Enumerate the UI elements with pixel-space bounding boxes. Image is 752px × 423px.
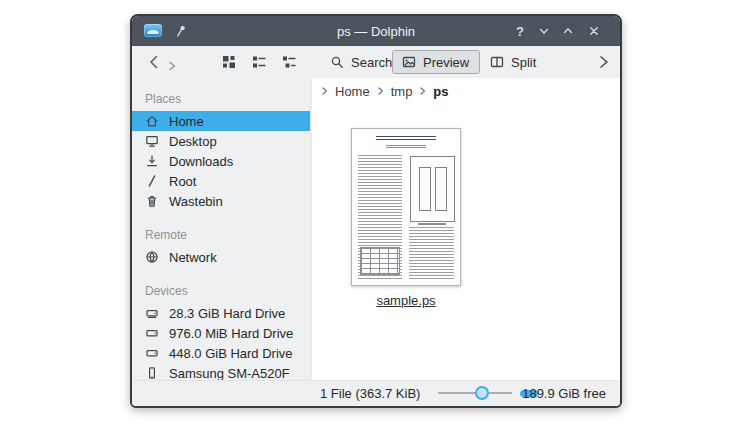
root-slash-icon <box>144 173 160 189</box>
sidebar-item-label: Home <box>169 114 204 129</box>
thumb-right-column <box>409 227 454 279</box>
section-title-devices: Devices <box>132 282 310 303</box>
minimize-button[interactable] <box>534 21 554 41</box>
thumb-subtitle-lines <box>386 145 426 150</box>
file-item-sample-ps[interactable]: sample.ps <box>348 128 464 308</box>
status-summary: 1 File (363.7 KiB) <box>320 381 420 406</box>
chevron-right-icon <box>376 86 385 96</box>
sidebar-item-device-3[interactable]: 448.0 GiB Hard Drive <box>132 343 310 363</box>
statusbar: 1 File (363.7 KiB) 189.9 GiB free <box>132 380 620 406</box>
section-title-places: Places <box>132 90 310 111</box>
dolphin-window: ps — Dolphin ? <box>130 14 622 408</box>
thumb-figure <box>410 156 455 222</box>
network-icon <box>144 249 160 265</box>
folder-view[interactable]: Home tmp ps sample.ps <box>312 78 620 380</box>
sidebar-item-label: Root <box>169 174 196 189</box>
places-panel: Places Home Desktop Downloads Root <box>132 78 311 380</box>
search-label: Search <box>351 55 392 70</box>
split-label: Split <box>511 55 536 70</box>
breadcrumb-item-current[interactable]: ps <box>433 84 448 99</box>
sidebar-item-downloads[interactable]: Downloads <box>132 151 310 171</box>
phone-icon <box>144 365 160 381</box>
section-title-remote: Remote <box>132 226 310 247</box>
sidebar-item-label: 448.0 GiB Hard Drive <box>169 346 293 361</box>
sidebar-item-desktop[interactable]: Desktop <box>132 131 310 151</box>
hard-drive-icon <box>144 305 160 321</box>
trash-icon <box>144 193 160 209</box>
sidebar-item-home[interactable]: Home <box>132 111 310 131</box>
sidebar-item-label: Samsung SM-A520F <box>169 366 290 381</box>
sidebar-item-network[interactable]: Network <box>132 247 310 267</box>
sidebar-item-label: Desktop <box>169 134 217 149</box>
toolbar-overflow-chevron[interactable] <box>596 53 610 75</box>
sidebar-item-label: 28.3 GiB Hard Drive <box>169 306 285 321</box>
search-button[interactable]: Search <box>320 50 403 74</box>
icons-view-button[interactable] <box>216 50 242 74</box>
sidebar-item-wastebin[interactable]: Wastebin <box>132 191 310 211</box>
zoom-slider-handle[interactable] <box>475 386 489 400</box>
sidebar-item-device-2[interactable]: 976.0 MiB Hard Drive <box>132 323 310 343</box>
free-space-label: 189.9 GiB free <box>522 381 606 406</box>
chevron-right-icon <box>320 86 329 96</box>
breadcrumb-item-tmp[interactable]: tmp <box>391 84 413 99</box>
sidebar-item-root[interactable]: Root <box>132 171 310 191</box>
preview-icon <box>401 54 417 70</box>
breadcrumb: Home tmp ps <box>312 78 620 104</box>
toolbar: Search Preview Split <box>132 46 620 78</box>
close-button[interactable] <box>584 21 604 41</box>
hard-drive-icon <box>144 325 160 341</box>
zoom-slider[interactable] <box>438 381 512 406</box>
view-mode-group <box>216 50 302 74</box>
sidebar-item-label: Wastebin <box>169 194 223 209</box>
desktop-icon <box>144 133 160 149</box>
thumb-figure-caption <box>418 223 446 225</box>
breadcrumb-item-home[interactable]: Home <box>335 84 370 99</box>
sidebar-item-label: Downloads <box>169 154 233 169</box>
details-view-button[interactable] <box>246 50 272 74</box>
home-icon <box>144 113 160 129</box>
search-icon <box>329 54 345 70</box>
sidebar-item-label: 976.0 MiB Hard Drive <box>169 326 293 341</box>
download-icon <box>144 153 160 169</box>
chevron-right-icon <box>418 86 427 96</box>
hard-drive-icon <box>144 345 160 361</box>
preview-label: Preview <box>423 55 469 70</box>
back-button[interactable] <box>146 53 162 75</box>
split-button[interactable]: Split <box>480 50 547 74</box>
maximize-button[interactable] <box>558 21 578 41</box>
compact-view-button[interactable] <box>276 50 302 74</box>
thumb-table <box>360 247 400 275</box>
thumb-title-lines <box>376 136 436 142</box>
file-name[interactable]: sample.ps <box>348 293 464 308</box>
help-button[interactable]: ? <box>510 21 530 41</box>
file-thumbnail <box>351 128 461 286</box>
split-icon <box>489 54 505 70</box>
preview-toggle-button[interactable]: Preview <box>392 50 480 74</box>
titlebar[interactable]: ps — Dolphin ? <box>132 16 620 46</box>
forward-button[interactable] <box>166 58 178 76</box>
sidebar-item-label: Network <box>169 250 217 265</box>
sidebar-item-device-1[interactable]: 28.3 GiB Hard Drive <box>132 303 310 323</box>
